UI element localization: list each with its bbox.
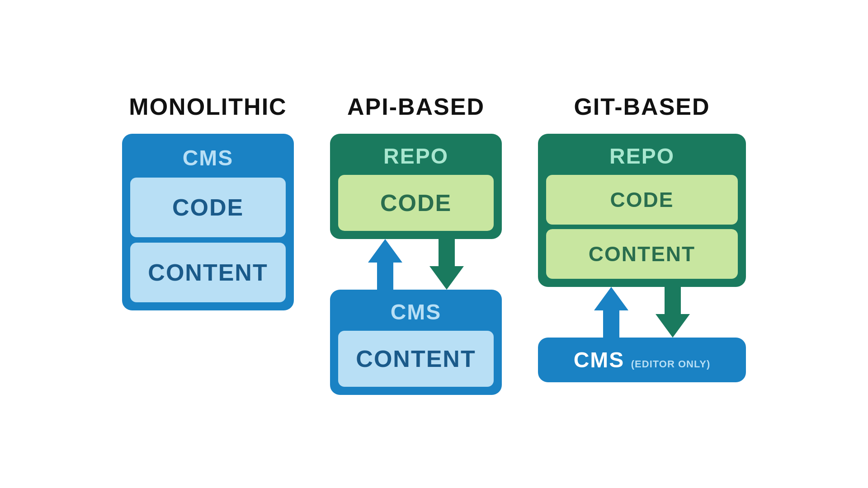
git-arrow-up-shaft — [603, 310, 619, 338]
git-cms-label: CMS — [574, 348, 625, 372]
arrow-down-shaft — [439, 239, 455, 266]
api-cms-label: CMS — [338, 298, 494, 326]
monolithic-code-box: CODE — [130, 178, 286, 237]
monolithic-title: MONOLITHIC — [129, 93, 287, 120]
git-content-label: CONTENT — [589, 242, 695, 266]
api-title: API-BASED — [347, 93, 485, 120]
git-arrow-down-shaft — [665, 287, 681, 314]
git-code-box: CODE — [546, 175, 738, 225]
api-code-label: CODE — [380, 190, 452, 216]
monolithic-code-label: CODE — [172, 194, 244, 221]
api-cms-box: CMS CONTENT — [330, 290, 502, 395]
api-repo-box: REPO CODE — [330, 134, 502, 239]
arrow-up-head — [368, 239, 402, 263]
api-arrows — [368, 239, 464, 290]
git-code-label: CODE — [610, 188, 674, 211]
git-arrow-up-head — [594, 287, 628, 310]
api-column: API-BASED REPO CODE CMS — [330, 93, 502, 395]
api-content-box: CONTENT — [338, 331, 494, 387]
monolithic-cms-box: CMS CODE CONTENT — [122, 134, 294, 310]
api-content-label: CONTENT — [356, 346, 476, 372]
git-column: GIT-BASED REPO CODE CONTENT — [538, 93, 746, 382]
git-arrow-down-head — [656, 314, 690, 338]
git-arrow-down — [656, 287, 690, 338]
git-repo-label: REPO — [546, 142, 738, 170]
git-content-box: CONTENT — [546, 229, 738, 279]
monolithic-column: MONOLITHIC CMS CODE CONTENT — [122, 93, 294, 310]
git-repo-box: REPO CODE CONTENT — [538, 134, 746, 287]
monolithic-cms-label: CMS — [130, 142, 286, 172]
git-arrow-up — [594, 287, 628, 338]
diagram-container: MONOLITHIC CMS CODE CONTENT API-BASED RE… — [0, 75, 868, 413]
arrow-down-head — [429, 266, 464, 290]
api-layout: REPO CODE CMS CONTENT — [330, 134, 502, 395]
git-cms-box: CMS (EDITOR ONLY) — [538, 338, 746, 382]
api-arrow-up — [368, 239, 402, 290]
monolithic-content-label: CONTENT — [148, 259, 268, 286]
api-code-box: CODE — [338, 175, 494, 231]
api-repo-label: REPO — [338, 142, 494, 170]
git-title: GIT-BASED — [574, 93, 710, 120]
api-arrow-down — [429, 239, 464, 290]
git-layout: REPO CODE CONTENT C — [538, 134, 746, 382]
arrow-up-shaft — [377, 263, 393, 290]
monolithic-content-box: CONTENT — [130, 243, 286, 302]
git-cms-sub-label: (EDITOR ONLY) — [631, 358, 711, 370]
git-arrows — [594, 287, 690, 338]
